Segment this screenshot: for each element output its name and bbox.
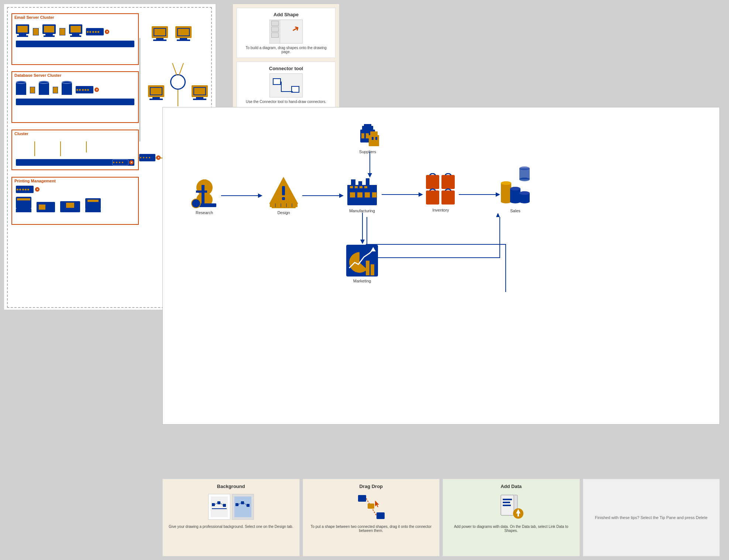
- svg-rect-37: [360, 186, 362, 188]
- research-node: Research: [189, 178, 220, 215]
- drag-drop-tip-icon: [356, 492, 386, 522]
- email-bus-bar: [16, 41, 134, 47]
- svg-marker-55: [496, 213, 500, 217]
- svg-rect-82: [503, 502, 510, 503]
- marketing-node: Marketing: [345, 244, 379, 283]
- svg-rect-7: [370, 131, 378, 136]
- svg-rect-59: [366, 261, 369, 275]
- sales-label: Sales: [510, 209, 520, 213]
- plain-cluster: Cluster ✕: [11, 130, 139, 170]
- inv-sales-arrow: [459, 192, 500, 197]
- svg-point-48: [510, 187, 520, 190]
- svg-rect-14: [202, 185, 204, 203]
- finished-tip-card: Finished with these tips? Select the Tip…: [583, 479, 720, 556]
- svg-rect-15: [196, 190, 207, 193]
- svg-rect-71: [247, 504, 250, 507]
- add-data-tip-title: Add Data: [501, 484, 522, 489]
- db-icon-1: [16, 82, 26, 95]
- svg-rect-36: [355, 186, 358, 188]
- design-icon: [268, 176, 299, 209]
- suppliers-down-arrow: [369, 152, 370, 174]
- background-tip-card: Background: [162, 479, 300, 556]
- svg-rect-33: [365, 192, 370, 197]
- svg-rect-47: [510, 189, 520, 202]
- add-shape-text: To build a diagram, drag shapes onto the…: [241, 46, 331, 54]
- design-node: Design: [268, 176, 299, 215]
- hub-monitor-1: [152, 26, 168, 41]
- email-cluster-title: Email Server Cluster: [12, 14, 138, 21]
- background-tip-text: Give your drawing a professional backgro…: [169, 525, 293, 529]
- print-cluster-title: Printing Management: [12, 178, 138, 184]
- drag-drop-tip-title: Drag Drop: [359, 484, 383, 489]
- suppliers-node: Suppliers: [355, 122, 381, 154]
- email-doc-2: [59, 28, 65, 35]
- db-server-cluster: Database Server Cluster: [11, 71, 139, 123]
- plain-cluster-title: Cluster: [12, 130, 138, 137]
- add-shape-icon: ➜: [269, 20, 303, 44]
- email-devices-row: ✕: [12, 22, 138, 39]
- connector-tool-icon: [269, 73, 303, 97]
- finished-tip-text: Finished with these tips? Select the Tip…: [595, 515, 708, 520]
- svg-rect-3: [361, 133, 364, 138]
- svg-point-45: [501, 181, 511, 185]
- svg-rect-74: [358, 495, 366, 502]
- manufacturing-icon: [345, 174, 379, 207]
- svg-rect-42: [441, 190, 455, 205]
- email-doc-1: [33, 28, 39, 35]
- add-data-tip-card: Add Data Add power to diagrams with data…: [443, 479, 580, 556]
- research-icon: [189, 178, 220, 209]
- svg-rect-63: [217, 501, 220, 504]
- svg-rect-35: [350, 186, 353, 188]
- db-cluster-title: Database Server Cluster: [12, 72, 138, 79]
- sales-node: Sales: [499, 166, 532, 213]
- central-hub: [170, 74, 186, 90]
- main-diagram: Suppliers Research: [162, 107, 720, 425]
- svg-rect-75: [376, 512, 385, 519]
- svg-rect-83: [503, 505, 511, 506]
- svg-rect-38: [364, 186, 367, 188]
- svg-point-51: [519, 191, 530, 195]
- svg-rect-44: [501, 183, 511, 202]
- add-data-tip-icon: [496, 492, 526, 522]
- sales-icon: [499, 166, 532, 207]
- svg-rect-32: [357, 192, 362, 197]
- db-icon-3: [62, 82, 72, 95]
- printer-1: [16, 197, 31, 212]
- svg-marker-78: [375, 501, 379, 507]
- drag-drop-tip-card: Drag Drop To put a shape between two con…: [303, 479, 440, 556]
- svg-rect-40: [441, 175, 455, 189]
- connector-tool-card: Connector tool Use the Connector tool to…: [237, 62, 336, 108]
- flow-content: Suppliers Research: [178, 118, 705, 333]
- connector-tool-title: Connector tool: [269, 66, 303, 71]
- background-tip-title: Background: [217, 484, 245, 489]
- email-monitor-3: [69, 24, 82, 37]
- svg-rect-70: [241, 501, 244, 504]
- svg-rect-19: [282, 197, 285, 200]
- design-mfg-arrow: [302, 193, 344, 198]
- email-patch-panel: ✕: [86, 28, 109, 35]
- add-shape-title: Add Shape: [274, 12, 299, 17]
- svg-point-16: [192, 199, 200, 208]
- plain-bus-bar: ✕: [16, 159, 134, 166]
- svg-rect-77: [368, 504, 374, 509]
- email-monitor-2: [42, 24, 56, 37]
- svg-rect-69: [235, 503, 238, 506]
- db-bus-bar: [16, 99, 134, 105]
- marketing-icon: [345, 244, 379, 277]
- drag-drop-tip-text: To put a shape between two connected sha…: [307, 525, 435, 533]
- research-design-arrow: [221, 193, 262, 198]
- mkt-sales-arrow-svg: [363, 213, 503, 265]
- svg-rect-39: [426, 175, 439, 189]
- research-label: Research: [196, 210, 213, 215]
- svg-rect-8: [372, 137, 374, 140]
- background-tip-icon: [207, 492, 255, 522]
- hub-monitor-2: [175, 26, 192, 41]
- suppliers-label: Suppliers: [359, 150, 376, 154]
- svg-rect-58: [371, 264, 374, 275]
- mfg-inv-arrow: [382, 192, 423, 197]
- svg-rect-31: [350, 192, 355, 197]
- db-devices-row: ✕: [12, 80, 138, 97]
- add-data-tip-text: Add power to diagrams with data. On the …: [447, 525, 575, 533]
- svg-rect-34: [372, 192, 376, 197]
- printer-4: [85, 198, 101, 212]
